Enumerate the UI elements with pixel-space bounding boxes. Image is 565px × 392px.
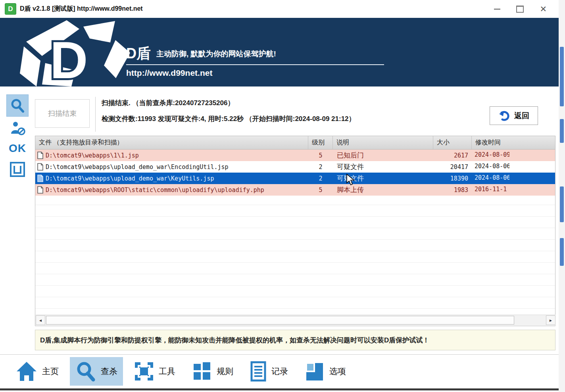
rules-icon bbox=[192, 361, 212, 381]
nav-label: 规则 bbox=[217, 366, 233, 377]
nav-item-options[interactable]: 选项 bbox=[299, 357, 352, 385]
minimize-icon bbox=[494, 9, 500, 10]
title-bar: D D盾 v2.1.8 [测试版] http://www.d99net.net … bbox=[0, 0, 559, 18]
minimize-button[interactable] bbox=[494, 9, 500, 10]
banner-url: http://www.d99net.net bbox=[126, 68, 384, 78]
panel-divider bbox=[95, 97, 96, 132]
table-row[interactable]: D:\tomcat9\webapps\1\1.jsp 5 已知后门 2617 2… bbox=[35, 150, 555, 161]
file-path: D:\tomcat9\webapps\ROOT\static\common\up… bbox=[46, 186, 264, 194]
window-bottom-edge bbox=[0, 388, 565, 390]
brand-slogan: 主动防御, 默默为你的网站保驾护航! bbox=[156, 49, 276, 61]
info-bar-text: D盾,集成脚本行为防御引擎和防提权引擎，能防御未知攻击并能降低被提权的机率，如查… bbox=[40, 336, 429, 345]
search-icon bbox=[75, 361, 96, 382]
sidebar-quarantine-button[interactable] bbox=[8, 120, 27, 136]
file-desc: 可疑文件 bbox=[333, 162, 433, 171]
file-date: 2024-08-06 bbox=[475, 163, 509, 170]
nav-item-rules[interactable]: 规则 bbox=[186, 357, 239, 385]
app-icon: D bbox=[5, 3, 16, 15]
return-button[interactable]: 返回 bbox=[490, 106, 538, 125]
scrollbar-thumb[interactable] bbox=[46, 316, 514, 325]
file-date: 2016-11-1 bbox=[475, 186, 509, 193]
horizontal-scrollbar[interactable]: ◄ ► bbox=[36, 315, 555, 325]
column-header-file[interactable]: 文件 （支持拖放目录和扫描） bbox=[35, 136, 308, 149]
search-icon bbox=[10, 98, 25, 113]
bottom-nav: 主页 查杀 工具 规则 bbox=[0, 355, 559, 387]
file-desc: 可疑文件 bbox=[333, 174, 433, 183]
maximize-button[interactable] bbox=[516, 6, 524, 13]
close-button[interactable]: ✕ bbox=[540, 5, 547, 13]
options-icon bbox=[305, 361, 325, 381]
header-banner: D D盾 主动防御, 默默为你的网站保驾护航! http://www.d99ne… bbox=[0, 18, 559, 86]
scroll-left-button[interactable]: ◄ bbox=[36, 315, 45, 325]
file-date: 2024-08-06 bbox=[475, 174, 509, 181]
nav-item-home[interactable]: 主页 bbox=[10, 357, 64, 386]
nav-item-records[interactable]: 记录 bbox=[244, 357, 294, 386]
nav-label: 选项 bbox=[329, 366, 346, 377]
nav-label: 查杀 bbox=[101, 366, 117, 377]
nav-label: 工具 bbox=[159, 366, 175, 377]
file-date: 2024-08-09 bbox=[475, 151, 509, 158]
column-header-date[interactable]: 修改时间 bbox=[472, 136, 555, 149]
nav-item-scan[interactable]: 查杀 bbox=[70, 357, 123, 386]
file-path: D:\tomcat9\webapps\upload_demo_war\KeyUt… bbox=[46, 175, 214, 182]
file-level: 2 bbox=[308, 163, 333, 171]
tools-icon bbox=[134, 361, 154, 381]
file-desc: 脚本上传 bbox=[333, 185, 433, 194]
person-ban-icon bbox=[10, 121, 25, 135]
table-header-row: 文件 （支持拖放目录和扫描） 级别 说明 大小 修改时间 bbox=[35, 136, 555, 150]
scroll-left-icon: ◄ bbox=[38, 318, 42, 323]
scan-results-table: 文件 （支持拖放目录和扫描） 级别 说明 大小 修改时间 D:\tomcat9\… bbox=[35, 136, 555, 326]
return-button-label: 返回 bbox=[514, 111, 529, 121]
file-desc: 已知后门 bbox=[333, 151, 433, 160]
nav-label: 主页 bbox=[42, 366, 59, 377]
left-sidebar: OK bbox=[0, 86, 35, 352]
nav-item-tools[interactable]: 工具 bbox=[129, 357, 181, 385]
nav-label: 记录 bbox=[271, 366, 288, 377]
undo-arrow-icon bbox=[498, 111, 509, 121]
scan-status-line1: 扫描结束. （当前查杀库:20240727235206） bbox=[102, 98, 234, 108]
column-header-level[interactable]: 级别 bbox=[308, 136, 333, 149]
file-icon bbox=[37, 163, 43, 171]
d-shield-logo-icon: D bbox=[19, 18, 130, 86]
file-path: D:\tomcat9\webapps\1\1.jsp bbox=[46, 152, 139, 159]
file-icon bbox=[37, 186, 43, 194]
scroll-right-button[interactable]: ► bbox=[546, 315, 555, 325]
file-path: D:\tomcat9\webapps\upload_demo_war\Encod… bbox=[46, 163, 229, 171]
table-row-selected[interactable]: D:\tomcat9\webapps\upload_demo_war\KeyUt… bbox=[35, 173, 555, 184]
file-icon bbox=[37, 175, 43, 182]
records-icon bbox=[250, 361, 267, 382]
close-icon: ✕ bbox=[540, 4, 547, 13]
scan-status-line2: 检测文件数:11993 发现可疑文件:4, 用时:5.22秒 （开始扫描时间:2… bbox=[102, 114, 356, 123]
file-level: 5 bbox=[308, 186, 333, 194]
maximize-icon bbox=[516, 6, 524, 13]
file-size: 18390 bbox=[433, 175, 472, 182]
file-icon bbox=[37, 152, 43, 159]
info-bar: D盾,集成脚本行为防御引擎和防提权引擎，能防御未知攻击并能降低被提权的机率，如查… bbox=[35, 330, 555, 350]
sidebar-scan-button[interactable] bbox=[6, 94, 29, 117]
slogan-underline bbox=[126, 64, 384, 65]
home-icon bbox=[16, 361, 37, 382]
scan-finished-button[interactable]: 扫描结束 bbox=[35, 99, 90, 128]
logo-letter: D bbox=[50, 31, 88, 86]
file-size: 1983 bbox=[433, 186, 472, 194]
table-row[interactable]: D:\tomcat9\webapps\ROOT\static\common\up… bbox=[35, 184, 555, 196]
sidebar-ok-button[interactable]: OK bbox=[9, 142, 26, 155]
window-title: D盾 v2.1.8 [测试版] http://www.d99net.net bbox=[20, 5, 143, 13]
sidebar-window-button[interactable] bbox=[9, 161, 26, 179]
table-row[interactable]: D:\tomcat9\webapps\upload_demo_war\Encod… bbox=[35, 161, 555, 173]
file-level: 2 bbox=[308, 175, 333, 182]
scroll-right-icon: ► bbox=[549, 318, 553, 323]
file-size: 2617 bbox=[433, 152, 472, 159]
file-size: 20417 bbox=[433, 163, 472, 171]
window-u-icon bbox=[9, 161, 26, 178]
background-window-edge bbox=[559, 0, 565, 392]
brand-name: D盾 bbox=[126, 46, 151, 61]
nav-divider bbox=[0, 354, 565, 355]
column-header-size[interactable]: 大小 bbox=[433, 136, 472, 149]
file-level: 5 bbox=[308, 152, 333, 159]
column-header-desc[interactable]: 说明 bbox=[333, 136, 433, 149]
scan-status-panel: 扫描结束 扫描结束. （当前查杀库:20240727235206） 检测文件数:… bbox=[35, 92, 555, 135]
